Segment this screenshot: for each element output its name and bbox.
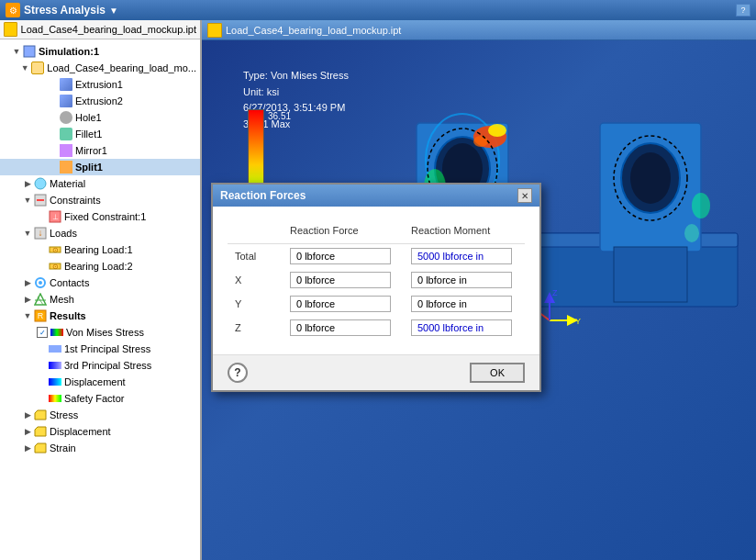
tree-safety-factor[interactable]: Safety Factor [0,390,200,407]
empty-col [228,221,283,244]
table-row: X 0 lbforce 0 lbforce in [228,268,525,292]
tree-mirror1[interactable]: Mirror1 [0,142,200,159]
x-moment-input[interactable]: 0 lbforce in [411,272,512,288]
svg-text:⊥: ⊥ [52,213,59,221]
ps1-expander [37,343,48,354]
bl2-expander [37,261,48,272]
svg-rect-21 [49,362,61,369]
fillet1-expander [48,129,59,140]
tree-strain-folder[interactable]: ▶ Strain [0,440,200,456]
tree-mesh[interactable]: ▶ Mesh [0,291,200,308]
table-row: Total 0 lbforce 5000 lbforce in [228,244,525,269]
displacement-label: Displacement [64,376,126,387]
tree-results[interactable]: ▼ R Results [0,308,200,324]
mirror1-expander [48,145,59,156]
simulation-expander[interactable]: ▼ [11,46,22,57]
reaction-forces-dialog: Reaction Forces ✕ Reaction Force Reactio… [211,183,541,392]
strain-folder-icon [33,441,48,455]
1st-principal-icon [48,342,62,356]
z-moment-input[interactable]: 5000 lbforce in [411,319,512,336]
component-label: Load_Case4_bearing_load_mo... [47,62,196,73]
total-moment-input[interactable]: 5000 lbforce in [411,248,512,264]
simulation-icon [22,44,37,59]
tree-vonmises[interactable]: ✓ Von Mises Stress [0,324,200,341]
dialog-titlebar: Reaction Forces ✕ [213,185,539,207]
svg-rect-23 [49,395,61,402]
fixed-constraint-label: Fixed Constraint:1 [64,211,146,222]
ex2-expander [48,95,59,106]
tree-hole1[interactable]: Hole1 [0,109,200,126]
mesh-icon [33,292,48,307]
y-moment-input[interactable]: 0 lbforce in [411,296,512,312]
disp-folder-expander[interactable]: ▶ [22,426,33,437]
extrusion1-label: Extrusion1 [75,79,123,90]
tree-displacement[interactable]: Displacement [0,374,200,390]
svg-text:⊙: ⊙ [52,263,59,271]
tree-contacts[interactable]: ▶ Contacts [0,274,200,291]
material-expander[interactable]: ▶ [22,178,33,189]
x-force-input[interactable]: 0 lbforce [290,272,391,288]
tree-component[interactable]: ▼ Load_Case4_bearing_load_mo... [0,60,200,76]
fillet1-icon [59,127,73,141]
title-bar-controls: ? [736,4,750,17]
svg-rect-22 [49,378,61,386]
constraints-expander[interactable]: ▼ [22,195,33,206]
minimize-button[interactable]: ? [736,4,750,17]
tree-3rd-principal[interactable]: 3rd Principal Stress [0,357,200,374]
ok-button[interactable]: OK [470,363,525,383]
loads-expander[interactable]: ▼ [22,228,33,239]
dialog-close-button[interactable]: ✕ [517,188,532,203]
component-expander[interactable]: ▼ [19,62,30,73]
tree-material[interactable]: ▶ Material [0,175,200,192]
component-icon [30,61,45,75]
results-expander[interactable]: ▼ [22,310,33,321]
bearing-load2-icon: ⊙ [48,259,62,274]
tree-fillet1[interactable]: Fillet1 [0,126,200,142]
contacts-expander[interactable]: ▶ [22,277,33,288]
y-force-input[interactable]: 0 lbforce [290,296,391,312]
results-icon: R [33,308,48,323]
file-tab[interactable]: Load_Case4_bearing_load_mockup.ipt [0,20,200,39]
viewport-title: Load_Case4_bearing_load_mockup.ipt [226,25,401,36]
tree-split1[interactable]: Split1 [0,159,200,175]
table-row: Y 0 lbforce 0 lbforce in [228,292,525,316]
material-label: Material [50,178,85,189]
dropdown-arrow[interactable]: ▼ [109,6,118,16]
dialog-title: Reaction Forces [220,189,306,202]
tree-loads[interactable]: ▼ ↓ Loads [0,225,200,241]
stress-analysis-icon: ⚙ [6,3,20,17]
svg-rect-0 [24,46,35,57]
tree-displacement-folder[interactable]: ▶ Displacement [0,423,200,440]
split1-expander [48,162,59,173]
tree-1st-principal[interactable]: 1st Principal Stress [0,341,200,357]
hole1-icon [59,110,73,125]
simulation-label: Simulation:1 [39,46,99,57]
tree-fixed-constraint[interactable]: ⊥ Fixed Constraint:1 [0,208,200,225]
strain-folder-expander[interactable]: ▶ [22,442,33,454]
mesh-expander[interactable]: ▶ [22,294,33,305]
tree-stress-folder[interactable]: ▶ Stress [0,407,200,423]
tree-constraints[interactable]: ▼ Constraints [0,192,200,208]
reaction-force-col-header: Reaction Force [283,221,404,244]
tree-bearing-load2[interactable]: ⊙ Bearing Load:2 [0,258,200,274]
tree-extrusion1[interactable]: Extrusion1 [0,76,200,93]
vonmises-checkbox[interactable]: ✓ [37,327,48,338]
stress-folder-expander[interactable]: ▶ [22,409,33,420]
viewport-3d[interactable]: Type: Von Mises Stress Unit: ksi 6/27/20… [202,40,756,560]
title-bar-left: ⚙ Stress Analysis ▼ [6,3,118,17]
row-y-label: Y [228,292,283,316]
extrusion1-icon [59,77,73,92]
tree-extrusion2[interactable]: Extrusion2 [0,93,200,109]
total-force-input[interactable]: 0 lbforce [290,248,391,264]
right-panel: Load_Case4_bearing_load_mockup.ipt Type:… [202,20,756,560]
extrusion2-label: Extrusion2 [75,95,123,106]
tree-bearing-load1[interactable]: ⊙ Bearing Load:1 [0,241,200,258]
3rd-principal-label: 3rd Principal Stress [64,360,151,371]
split1-icon [59,160,73,174]
bearing-load1-icon: ⊙ [48,242,62,257]
z-force-input[interactable]: 0 lbforce [290,319,391,336]
results-label: Results [50,310,86,321]
help-button[interactable]: ? [228,363,248,383]
file-tab-label: Load_Case4_bearing_load_mockup.ipt [21,24,196,35]
tree-simulation[interactable]: ▼ Simulation:1 [0,43,200,60]
